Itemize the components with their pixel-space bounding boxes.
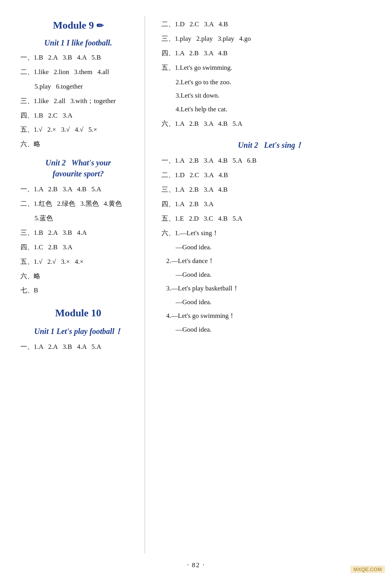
answer-indent: 2.Let's go to the zoo. — [161, 77, 380, 88]
unit2-lets-sing-title: Unit 2 Let's sing！ — [161, 140, 380, 151]
answer-indent: 4.Let's help the cat. — [161, 104, 380, 115]
answer-line: 一、1.B 2.A 3.B 4.A 5.B — [20, 52, 137, 64]
answer-indent: 5.蓝色 — [20, 213, 137, 224]
answer-line: 一、1.A 2.B 3.A 4.B 5.A — [20, 184, 137, 195]
answer-line: 六、1.A 2.B 3.A 4.B 5.A — [161, 118, 380, 130]
page-number: · 82 · — [187, 561, 205, 569]
watermark: MXQE.COM — [350, 566, 385, 573]
module10-title: Module 10 — [20, 307, 137, 319]
right-column: 二、1.D 2.C 3.A 4.B 三、1.play 2.play 3.play… — [145, 16, 392, 553]
answer-line: 六、1.—Let's sing！ — [161, 228, 380, 239]
answer-line: 五、1.E 2.D 3.C 4.B 5.A — [161, 213, 380, 225]
answer-line: 六、略 — [20, 271, 137, 282]
answer-line: 二、1.红色 2.绿色 3.黑色 4.黄色 — [20, 198, 137, 210]
answer-indent: 3.—Let's play basketball！ — [161, 283, 380, 294]
answer-line: 四、1.B 2.C 3.A — [20, 110, 137, 122]
answer-line: 五、1.√ 2.√ 3.× 4.× — [20, 256, 137, 268]
answer-line: 一、1.A 2.B 3.A 4.B 5.A 6.B — [161, 155, 380, 167]
answer-indent: 2.—Let's dance！ — [161, 256, 380, 267]
answer-indent: —Good idea. — [161, 242, 380, 253]
module9-title: Module 9 ✏ — [20, 20, 137, 31]
answer-indent: 3.Let's sit down. — [161, 90, 380, 102]
answer-line: 三、1.B 2.A 3.B 4.A — [20, 227, 137, 239]
answer-line: 三、1.A 2.B 3.A 4.B — [161, 184, 380, 196]
answer-indent: —Good idea. — [161, 324, 380, 336]
unit2-title: Unit 2 What's your favourite sport? — [20, 157, 137, 179]
unit2-title-line2: favourite sport? — [20, 168, 137, 179]
module10-title-text: Module 10 — [55, 307, 102, 319]
unit1-title: Unit 1 I like football. — [20, 38, 137, 47]
unit2-title-line1: Unit 2 What's your — [20, 157, 137, 168]
answer-line: 一、1.A 2.A 3.B 4.A 5.A — [20, 341, 137, 353]
module9-title-text: Module 9 — [53, 20, 94, 31]
answer-indent: 5.play 6.together — [20, 81, 137, 93]
answer-line: 五、1.Let's go swimming. — [161, 62, 380, 74]
answer-line: 六、略 — [20, 139, 137, 150]
answer-line: 四、1.A 2.B 3.A — [161, 199, 380, 210]
answer-indent: 4.—Let's go swimming！ — [161, 310, 380, 322]
answer-indent: —Good idea. — [161, 297, 380, 308]
answer-line: 七、B — [20, 285, 137, 296]
answer-line: 四、1.C 2.B 3.A — [20, 242, 137, 253]
answer-line: 二、1.D 2.C 3.A 4.B — [161, 170, 380, 181]
left-column: Module 9 ✏ Unit 1 I like football. 一、1.B… — [0, 16, 145, 553]
pencil-icon: ✏ — [96, 21, 103, 31]
answer-line: 三、1.play 2.play 3.play 4.go — [161, 33, 380, 45]
answer-indent: —Good idea. — [161, 269, 380, 281]
answer-line: 二、1.like 2.lion 3.them 4.all — [20, 67, 137, 78]
answer-line: 五、1.√ 2.× 3.√ 4.√ 5.× — [20, 124, 137, 136]
module10-unit1-title: Unit 1 Let's play football！ — [20, 326, 137, 337]
answer-line: 二、1.D 2.C 3.A 4.B — [161, 19, 380, 30]
answer-line: 三、1.like 2.all 3.with；together — [20, 96, 137, 107]
answer-line: 四、1.A 2.B 3.A 4.B — [161, 48, 380, 59]
